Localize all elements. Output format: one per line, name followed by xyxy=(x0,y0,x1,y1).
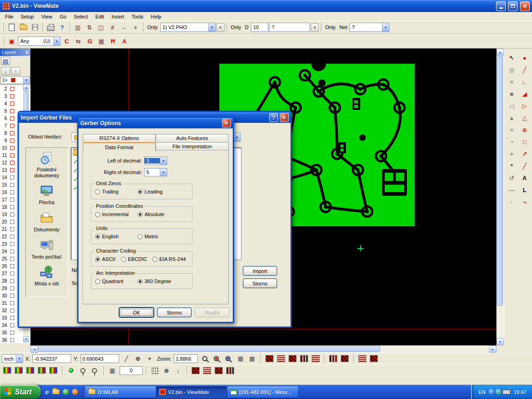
cancel-button[interactable]: Storno xyxy=(243,278,277,288)
elbow-trace-icon[interactable]: ¬ xyxy=(519,196,531,207)
open-folder-icon[interactable] xyxy=(18,22,29,33)
layer-swatch[interactable] xyxy=(10,131,14,135)
layer-swatch[interactable] xyxy=(10,331,14,335)
radio-button-icon[interactable] xyxy=(138,234,143,239)
dcode-c-icon[interactable]: C xyxy=(61,36,72,47)
layer-swatch[interactable] xyxy=(10,198,14,202)
close-icon[interactable]: × xyxy=(25,50,28,55)
dcode-bitmap-icon-2[interactable] xyxy=(276,353,286,364)
menu-view[interactable]: View xyxy=(37,13,56,20)
grid-icon[interactable]: ▦ xyxy=(235,353,246,364)
select-arrow-icon[interactable]: ↖ xyxy=(506,52,518,63)
radio-button-icon[interactable] xyxy=(121,257,126,262)
layer-swatch[interactable] xyxy=(10,308,14,313)
toolbar-grip[interactable] xyxy=(2,36,4,46)
minimize-button[interactable] xyxy=(496,1,506,11)
layer-swatch[interactable] xyxy=(10,257,14,261)
chevron-down-icon[interactable]: ▼ xyxy=(233,133,240,141)
flip-icon[interactable]: ▲ xyxy=(506,112,518,123)
layer-combo[interactable]: 1) V2.PHO ▼ xyxy=(160,23,216,32)
layer-swatch[interactable] xyxy=(10,264,14,268)
folder-icon[interactable] xyxy=(52,389,60,394)
chevron-down-icon[interactable]: ▼ xyxy=(53,37,60,45)
pan-horizontal-icon[interactable]: ↔ xyxy=(119,22,129,33)
close-button[interactable]: × xyxy=(520,1,530,11)
status-led-icon[interactable] xyxy=(66,365,76,376)
aperture-grid-icon[interactable]: ▣ xyxy=(6,36,17,47)
layer-swatch[interactable] xyxy=(10,146,14,150)
dual-pane-icon[interactable]: ◫ xyxy=(96,22,106,33)
dot-grid-icon[interactable] xyxy=(150,365,160,376)
zoom-area-icon[interactable] xyxy=(211,353,222,364)
dcode-bitmap-icon-7[interactable] xyxy=(339,353,350,364)
aperture-chart-icon-5[interactable] xyxy=(48,365,59,376)
arrow-right-icon[interactable]: ▷ xyxy=(519,100,531,111)
print-icon[interactable] xyxy=(45,22,56,33)
filled-triangle-icon[interactable]: ◢ xyxy=(519,88,531,99)
scroll-up-icon[interactable]: ▲ xyxy=(496,48,504,56)
dcode-bitmap-icon-8[interactable] xyxy=(357,353,368,364)
origin-target-icon[interactable]: ⊕ xyxy=(133,353,143,364)
bluetooth-icon[interactable] xyxy=(489,389,495,395)
radio-english[interactable]: English xyxy=(95,234,119,239)
dcode-bitmap-icon-5[interactable] xyxy=(310,353,321,364)
tab-data-format[interactable]: Data Format xyxy=(83,142,156,151)
scroll-thumb[interactable] xyxy=(38,346,380,352)
radio-eia-rs-244[interactable]: EIA RS-244 xyxy=(152,256,186,262)
tab-rs274-x-options[interactable]: RS274-X Options xyxy=(83,134,156,142)
probe-icon-2[interactable] xyxy=(90,365,100,376)
only-dcode-label[interactable]: Only xyxy=(230,24,243,30)
tab-file-interpretation[interactable]: File Interpretation xyxy=(156,142,229,150)
layer-swatch[interactable] xyxy=(10,212,14,217)
grid-fine-icon[interactable]: ▩ xyxy=(247,353,257,364)
layer-swatch[interactable] xyxy=(10,227,14,231)
taskbar-task-v2-bin-viewmate[interactable]: V2.bin - ViewMate xyxy=(157,387,227,398)
save-icon[interactable] xyxy=(30,22,40,33)
radio-trailing[interactable]: Trailing xyxy=(95,189,119,194)
ok-button[interactable]: OK xyxy=(119,308,154,317)
place-dokumenty[interactable]: Dokumenty xyxy=(27,211,66,233)
layer-swatch[interactable] xyxy=(10,301,14,305)
radio-button-icon[interactable] xyxy=(138,279,143,284)
only-net-label[interactable]: Only xyxy=(324,24,337,30)
scroll-left-icon[interactable]: ◄ xyxy=(30,345,38,353)
only-layer-label[interactable]: Only xyxy=(146,24,159,30)
vertical-scrollbar[interactable]: ▲ ▼ xyxy=(496,48,504,345)
text-a-icon[interactable]: A xyxy=(119,36,130,47)
layer-up-icon[interactable]: ↑ xyxy=(11,67,20,75)
place-m-sta-v-s-ti[interactable]: Místa v síti xyxy=(27,265,66,287)
l-shape-icon[interactable]: L xyxy=(519,184,531,195)
menu-tools[interactable]: Tools xyxy=(128,13,147,20)
previous-dcode-button[interactable]: < xyxy=(311,23,319,32)
chevron-down-icon[interactable]: ▼ xyxy=(23,77,29,84)
layer-swatch[interactable] xyxy=(10,220,14,224)
layer-swatch[interactable] xyxy=(10,102,14,106)
menu-go[interactable]: Go xyxy=(56,13,70,20)
layer-swatch[interactable] xyxy=(10,338,14,342)
layer-down-icon[interactable]: ↓ xyxy=(1,67,10,75)
chevron-down-icon[interactable]: ▼ xyxy=(16,355,23,363)
radio-button-icon[interactable] xyxy=(95,279,100,284)
layer-swatch[interactable] xyxy=(10,168,14,172)
rect-outline-icon[interactable]: □ xyxy=(519,136,531,147)
layer-lines-icon[interactable]: ≡ xyxy=(506,76,518,87)
close-icon[interactable]: × xyxy=(222,119,231,127)
close-icon[interactable]: × xyxy=(280,113,289,122)
radio-button-icon[interactable] xyxy=(138,212,143,217)
chevron-down-icon[interactable]: ▼ xyxy=(160,169,167,176)
layer-swatch[interactable] xyxy=(10,294,14,298)
menu-insert[interactable]: Insert xyxy=(108,13,128,20)
diagonal-arrow-icon[interactable]: ↗ xyxy=(519,148,531,159)
round-pad-icon[interactable]: ● xyxy=(519,52,531,63)
layer-swatch[interactable] xyxy=(10,94,14,98)
pad-bitmap-icon-3[interactable] xyxy=(213,365,224,376)
start-button[interactable]: Start xyxy=(0,385,41,399)
rotate-ccw-icon[interactable]: ↺ xyxy=(506,172,518,183)
restore-button[interactable] xyxy=(508,1,518,11)
dcode-bitmap-icon-1[interactable] xyxy=(264,353,275,364)
drop-marker-icon[interactable]: ↓ xyxy=(173,365,183,376)
radio-quadrant[interactable]: Quadrant xyxy=(95,278,123,284)
h-pad-icon[interactable]: Ħ xyxy=(108,36,118,47)
menu-help[interactable]: Help xyxy=(147,13,165,20)
filled-rect-icon[interactable]: ■ xyxy=(506,88,518,99)
